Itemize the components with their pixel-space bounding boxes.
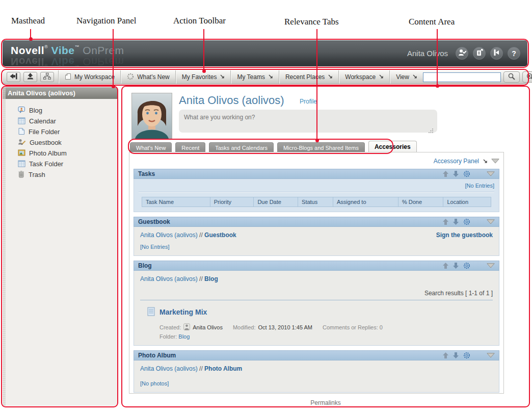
blog-entry-title-link[interactable]: Marketing Mix — [159, 308, 207, 316]
logo-onprem: OnPrem — [83, 44, 124, 56]
workspace-page-icon — [65, 73, 71, 82]
photo-album-no-photos: [No photos] — [140, 380, 493, 387]
blog-entry-comments: Comments or Replies: 0 — [323, 324, 383, 330]
nav-item-label: Photo Album — [29, 149, 67, 157]
toolbar-my-teams-label: My Teams — [237, 73, 264, 81]
nav-item-calendar[interactable]: Calendar — [18, 116, 117, 126]
file-folder-icon — [18, 127, 25, 137]
toolbar-whats-new[interactable]: What's New — [121, 70, 175, 84]
move-down-icon[interactable] — [453, 352, 459, 358]
blog-section-title: Blog — [138, 262, 443, 269]
nav-item-file-folder[interactable]: File Folder — [18, 126, 117, 137]
logo-novell: Novell — [11, 44, 44, 56]
search-button[interactable] — [503, 71, 520, 83]
guestbook-section: Guestbook Anita Olivos (aolivos) // — [134, 217, 499, 256]
toolbar-my-workspace-label: My Workspace — [74, 73, 115, 81]
settings-gear-icon[interactable] — [463, 262, 470, 269]
collapse-triangle-icon[interactable] — [487, 263, 495, 268]
toolbar-recent-places-label: Recent Places — [285, 73, 325, 81]
accessory-panel-link[interactable]: Accessory Panel — [434, 158, 479, 165]
back-icon — [10, 73, 18, 81]
move-down-icon[interactable] — [453, 263, 459, 269]
navigation-panel: Anita Olivos (aolivos) Blog Calendar Fil… — [3, 87, 117, 406]
blog-breadcrumb: Anita Olivos (aolivos) // Blog — [140, 275, 218, 282]
nav-item-trash[interactable]: Trash — [18, 169, 117, 180]
user-profile-button[interactable] — [456, 47, 468, 60]
toolbar-workspace-menu[interactable]: Workspace — [339, 70, 389, 84]
up-level-icon — [26, 73, 34, 81]
profile-link[interactable]: Profile — [300, 98, 317, 105]
accessory-panel-collapse-icon[interactable] — [491, 159, 499, 164]
callout-line-action-toolbar — [203, 29, 204, 71]
navigation-panel-title: Anita Olivos (aolivos) — [3, 87, 117, 99]
up-level-button[interactable] — [23, 72, 37, 82]
novell-vibe-logo: Novell® Vibe™ OnPrem — [11, 44, 124, 57]
blog-search-results: Search results [ 1-1 of 1 ] — [140, 290, 493, 297]
toolbar-view-menu[interactable]: View — [390, 70, 423, 84]
move-up-icon[interactable] — [443, 352, 448, 358]
nav-item-task-folder[interactable]: Task Folder — [18, 159, 117, 169]
workspace-title: Anita Olivos (aolivos) — [179, 94, 284, 107]
breadcrumb-current-link[interactable]: Photo Album — [204, 365, 242, 372]
microblog-input[interactable] — [179, 110, 437, 133]
workspace-tree-button[interactable] — [40, 72, 54, 82]
toolbar-my-teams[interactable]: My Teams — [231, 70, 278, 84]
breadcrumb-parent-link[interactable]: Anita Olivos (aolivos) — [140, 365, 198, 372]
column-priority: Priority — [210, 197, 254, 207]
photo-album-section: Photo Album Anita Olivos (aolivos) // Ph… — [134, 350, 499, 393]
dropdown-arrow-icon — [412, 73, 417, 81]
trash-icon — [18, 170, 25, 179]
dropdown-arrow-icon — [268, 73, 273, 81]
nav-item-blog[interactable]: Blog — [18, 105, 117, 116]
toolbar-my-workspace[interactable]: My Workspace — [59, 70, 120, 84]
callout-line-content-area — [437, 29, 438, 86]
accessory-panel-menu-arrow-icon[interactable] — [483, 159, 488, 164]
blog-entry-meta: Created: Anita Olivos Modified: Oct 13, … — [159, 323, 493, 331]
tab-accessories[interactable]: Accessories — [368, 141, 417, 152]
photo-album-breadcrumb: Anita Olivos (aolivos) // Photo Album — [140, 365, 242, 372]
tasks-section-body: [No Entries] Task Name Priority Due Date… — [134, 179, 499, 212]
resize-grip-icon[interactable] — [429, 126, 434, 135]
search-icon — [508, 73, 515, 82]
move-down-icon[interactable] — [453, 219, 459, 225]
tab-recent[interactable]: Recent — [175, 142, 205, 152]
breadcrumb-parent-link[interactable]: Anita Olivos (aolivos) — [140, 275, 198, 282]
settings-gear-icon[interactable] — [463, 352, 470, 359]
logo-trademark: ™ — [74, 44, 79, 49]
back-button[interactable] — [7, 72, 20, 82]
permalinks-link[interactable]: Permalinks — [123, 399, 528, 406]
toolbar-recent-places[interactable]: Recent Places — [280, 70, 338, 84]
collapse-triangle-icon[interactable] — [487, 171, 495, 176]
settings-gear-icon[interactable] — [463, 218, 470, 225]
move-down-icon[interactable] — [453, 171, 459, 177]
tab-micro-blogs-shared-items[interactable]: Micro-Blogs and Shared Items — [277, 142, 365, 152]
tab-whats-new[interactable]: What's New — [130, 142, 172, 152]
personal-preferences-button[interactable] — [473, 47, 486, 60]
nav-item-photo-album[interactable]: Photo Album — [18, 148, 117, 159]
nav-item-guestbook[interactable]: Guestbook — [18, 137, 117, 148]
calendar-icon — [18, 117, 25, 126]
move-up-icon[interactable] — [443, 219, 448, 225]
settings-gear-icon[interactable] — [463, 170, 470, 177]
whats-new-gear-icon — [127, 73, 134, 82]
task-folder-icon — [18, 160, 25, 169]
search-input[interactable] — [423, 72, 501, 82]
move-up-icon[interactable] — [443, 263, 448, 269]
collapse-triangle-icon[interactable] — [487, 219, 495, 224]
breadcrumb-current-link[interactable]: Blog — [204, 275, 218, 282]
blog-section-body: Anita Olivos (aolivos) // Blog Search re… — [134, 271, 499, 346]
toolbar-whats-new-label: What's New — [137, 73, 170, 81]
logo-registered-mark: ® — [44, 44, 48, 49]
tab-tasks-and-calendars[interactable]: Tasks and Calendars — [209, 142, 274, 152]
breadcrumb-current-link[interactable]: Guestbook — [204, 231, 236, 239]
advanced-search-button[interactable] — [522, 71, 532, 83]
breadcrumb-parent-link[interactable]: Anita Olivos (aolivos) — [140, 231, 198, 239]
toolbar-my-favorites-label: My Favorites — [182, 73, 217, 81]
logout-button[interactable] — [490, 47, 503, 60]
move-up-icon[interactable] — [443, 171, 448, 177]
sign-guestbook-link[interactable]: Sign the guestbook — [436, 231, 493, 239]
guestbook-no-entries: [No Entries] — [140, 244, 493, 250]
blog-folder-link[interactable]: Blog — [178, 333, 190, 340]
help-button[interactable]: ? — [508, 47, 520, 60]
collapse-triangle-icon[interactable] — [487, 353, 495, 358]
